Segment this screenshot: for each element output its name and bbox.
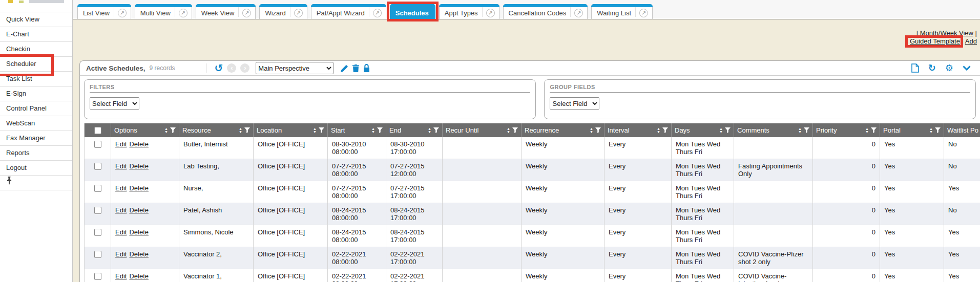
tab-multi-view[interactable]: Multi View↗	[135, 4, 192, 19]
sort-icon[interactable]: ▲▼	[507, 127, 510, 133]
sidebar-item-scheduler[interactable]: Scheduler	[0, 57, 72, 72]
column-header-start[interactable]: Start▲▼	[328, 123, 386, 137]
column-header-resource[interactable]: Resource▲▼	[179, 123, 254, 137]
sidebar-pin-button[interactable]	[0, 176, 72, 190]
column-header-comments[interactable]: Comments▲▼	[734, 123, 813, 137]
tab-cancellation-codes[interactable]: Cancellation Codes↗	[503, 4, 588, 19]
sidebar-item-task-list[interactable]: Task List	[0, 72, 72, 86]
row-checkbox[interactable]	[94, 273, 101, 280]
sidebar-item-checkin[interactable]: Checkin	[0, 42, 72, 57]
sort-icon[interactable]: ▲▼	[239, 127, 242, 133]
sort-icon[interactable]: ▲▼	[590, 127, 593, 133]
row-checkbox[interactable]	[94, 163, 101, 170]
tab-pat-appt-wizard[interactable]: Pat/Appt Wizard↗	[311, 4, 386, 19]
delete-link[interactable]: Delete	[129, 162, 149, 170]
sort-icon[interactable]: ▲▼	[164, 127, 168, 133]
trash-icon[interactable]	[352, 64, 359, 72]
month-week-view-link[interactable]: Month/Week View	[920, 29, 973, 37]
sort-icon[interactable]: ▲▼	[428, 127, 431, 133]
row-checkbox[interactable]	[94, 141, 101, 148]
popout-icon[interactable]: ↗	[294, 9, 303, 17]
next-perspective-button[interactable]: ›	[240, 63, 249, 73]
delete-link[interactable]: Delete	[129, 206, 149, 214]
row-checkbox[interactable]	[94, 207, 101, 214]
sort-icon[interactable]: ▲▼	[313, 127, 317, 133]
column-header-recurrence[interactable]: Recurrence▲▼	[522, 123, 604, 137]
tab-wizard[interactable]: Wizard↗	[259, 4, 307, 19]
sidebar-item-e-chart[interactable]: E-Chart	[0, 27, 72, 42]
filters-field-select[interactable]: Select Field	[90, 97, 139, 110]
sidebar-item-control-panel[interactable]: Control Panel	[0, 101, 72, 116]
popout-icon[interactable]: ↗	[639, 9, 648, 17]
filter-funnel-icon[interactable]	[725, 127, 731, 133]
column-header-end[interactable]: End▲▼	[386, 123, 443, 137]
tab-week-view[interactable]: Week View↗	[196, 4, 256, 19]
filter-funnel-icon[interactable]	[244, 127, 250, 133]
edit-link[interactable]: Edit	[115, 140, 127, 148]
perspective-select[interactable]: Main Perspective	[256, 62, 333, 74]
sidebar-item-e-sign[interactable]: E-Sign	[0, 86, 72, 101]
sort-icon[interactable]: ▲▼	[929, 127, 933, 133]
row-checkbox[interactable]	[94, 251, 101, 258]
tab-appt-types[interactable]: Appt Types↗	[439, 4, 499, 19]
delete-link[interactable]: Delete	[129, 250, 149, 258]
sidebar-item-reports[interactable]: Reports	[0, 146, 72, 161]
prev-perspective-button[interactable]: ‹	[227, 63, 236, 73]
filter-funnel-icon[interactable]	[871, 127, 877, 133]
edit-link[interactable]: Edit	[115, 228, 127, 236]
row-checkbox[interactable]	[94, 185, 101, 192]
chevron-down-icon[interactable]	[963, 66, 971, 71]
column-header-days[interactable]: Days▲▼	[672, 123, 734, 137]
popout-icon[interactable]: ↗	[373, 9, 382, 17]
sidebar-item-logout[interactable]: Logout	[0, 161, 72, 176]
filter-funnel-icon[interactable]	[319, 127, 324, 133]
delete-link[interactable]: Delete	[129, 140, 149, 148]
edit-link[interactable]: Edit	[115, 250, 127, 258]
sidebar-item-webscan[interactable]: WebScan	[0, 116, 72, 131]
sort-icon[interactable]: ▲▼	[719, 127, 723, 133]
undo-icon[interactable]: ↺	[215, 63, 223, 73]
header-checkbox[interactable]	[94, 127, 101, 134]
column-header-location[interactable]: Location▲▼	[254, 123, 328, 137]
edit-pencil-icon[interactable]	[341, 64, 348, 72]
edit-link[interactable]: Edit	[115, 162, 127, 170]
new-document-icon[interactable]	[911, 63, 919, 73]
tab-schedules[interactable]: Schedules	[390, 4, 435, 19]
filter-funnel-icon[interactable]	[512, 127, 518, 133]
popout-icon[interactable]: ↗	[242, 9, 251, 17]
guided-template-link[interactable]: Guided Template	[910, 37, 960, 45]
settings-gear-icon[interactable]: ⚙	[945, 63, 953, 73]
column-header-options[interactable]: Options▲▼	[111, 123, 179, 137]
filter-funnel-icon[interactable]	[595, 127, 601, 133]
edit-link[interactable]: Edit	[115, 206, 127, 214]
filter-funnel-icon[interactable]	[804, 127, 809, 133]
popout-icon[interactable]: ↗	[179, 9, 187, 17]
group-fields-select[interactable]: Select Field	[550, 97, 599, 110]
delete-link[interactable]: Delete	[129, 184, 149, 192]
sidebar-item-quick-view[interactable]: Quick View	[0, 12, 72, 27]
popout-icon[interactable]: ↗	[118, 9, 127, 17]
popout-icon[interactable]: ↗	[574, 9, 583, 17]
column-header-recur_until[interactable]: Recur Until▲▼	[443, 123, 522, 137]
sort-icon[interactable]: ▲▼	[371, 127, 375, 133]
filter-funnel-icon[interactable]	[170, 127, 176, 133]
add-link[interactable]: Add	[965, 37, 977, 45]
filter-funnel-icon[interactable]	[433, 127, 439, 133]
filter-funnel-icon[interactable]	[935, 127, 941, 133]
edit-link[interactable]: Edit	[115, 272, 127, 280]
filter-funnel-icon[interactable]	[662, 127, 668, 133]
tab-waiting-list[interactable]: Waiting List↗	[591, 4, 653, 19]
delete-link[interactable]: Delete	[129, 272, 149, 280]
refresh-icon[interactable]: ↻	[928, 63, 936, 73]
delete-link[interactable]: Delete	[129, 228, 149, 236]
sidebar-item-fax-manager[interactable]: Fax Manager	[0, 131, 72, 146]
sort-icon[interactable]: ▲▼	[798, 127, 802, 133]
lock-icon[interactable]	[363, 64, 370, 72]
column-header-waitlist[interactable]: Waitlist Po▲▼	[944, 123, 980, 137]
sort-icon[interactable]: ▲▼	[657, 127, 660, 133]
sort-icon[interactable]: ▲▼	[865, 127, 869, 133]
tab-list-view[interactable]: List View↗	[77, 4, 131, 19]
column-header-priority[interactable]: Priority▲▼	[813, 123, 880, 137]
filter-funnel-icon[interactable]	[377, 127, 383, 133]
popout-icon[interactable]: ↗	[486, 9, 495, 17]
